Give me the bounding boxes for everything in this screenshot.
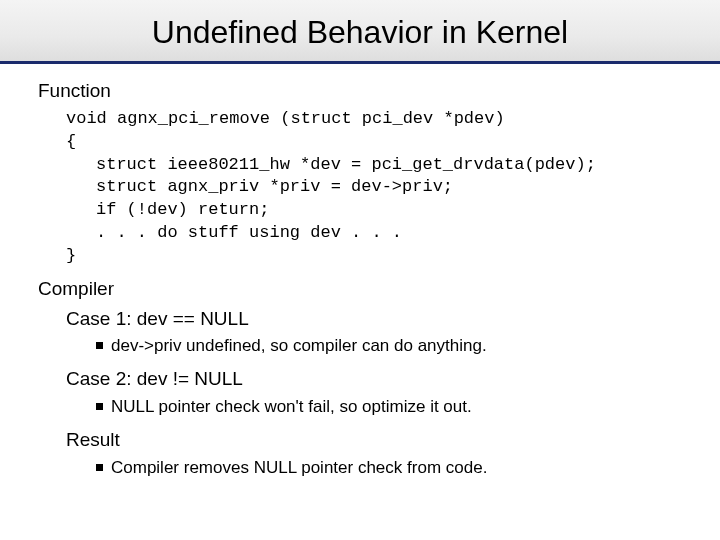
slide-title: Undefined Behavior in Kernel	[0, 14, 720, 51]
title-bar: Undefined Behavior in Kernel	[0, 0, 720, 64]
code-line: }	[66, 245, 682, 268]
case2-bullet: NULL pointer check won't fail, so optimi…	[38, 396, 682, 419]
code-line: {	[66, 131, 682, 154]
slide-content: Function void agnx_pci_remove (struct pc…	[0, 64, 720, 480]
code-line: . . . do stuff using dev . . .	[66, 222, 682, 245]
bullet-text: dev->priv undefined, so compiler can do …	[111, 335, 487, 358]
bullet-icon	[96, 464, 103, 471]
result-bullet: Compiler removes NULL pointer check from…	[38, 457, 682, 480]
section-function: Function	[38, 78, 682, 104]
bullet-text: NULL pointer check won't fail, so optimi…	[111, 396, 472, 419]
section-compiler: Compiler	[38, 276, 682, 302]
code-line: if (!dev) return;	[66, 199, 682, 222]
bullet-icon	[96, 403, 103, 410]
case1-label: Case 1: dev == NULL	[38, 306, 682, 332]
result-label: Result	[38, 427, 682, 453]
code-line: struct agnx_priv *priv = dev->priv;	[66, 176, 682, 199]
code-block: void agnx_pci_remove (struct pci_dev *pd…	[38, 108, 682, 269]
code-line: void agnx_pci_remove (struct pci_dev *pd…	[66, 108, 682, 131]
case1-bullet: dev->priv undefined, so compiler can do …	[38, 335, 682, 358]
case2-label: Case 2: dev != NULL	[38, 366, 682, 392]
bullet-icon	[96, 342, 103, 349]
code-line: struct ieee80211_hw *dev = pci_get_drvda…	[66, 154, 682, 177]
bullet-text: Compiler removes NULL pointer check from…	[111, 457, 487, 480]
